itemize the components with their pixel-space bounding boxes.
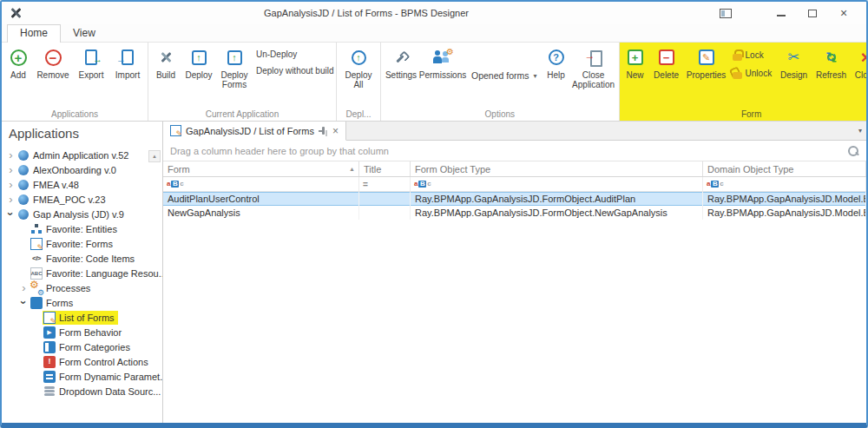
tab-home[interactable]: Home [7, 24, 61, 43]
filter-abc-icon[interactable]: aBc [707, 181, 724, 188]
settings-button[interactable]: Settings [383, 43, 419, 108]
filter-cell-domain-object-type[interactable]: aBc [703, 177, 866, 191]
tree-item-label: Form Behavior [59, 327, 122, 338]
form-categories-icon [43, 341, 56, 353]
filter-cell-form[interactable]: aBc [163, 177, 359, 191]
scroll-up-button[interactable]: ▲ [148, 150, 161, 162]
refresh-icon: ↻↻ [824, 49, 839, 65]
close-tab-icon[interactable]: × [332, 126, 339, 136]
close-form-button[interactable]: Close [851, 43, 866, 108]
grid-row[interactable]: AuditPlanUserControlRay.BPMApp.GapAnalys… [163, 192, 866, 206]
collapsed-arrow-icon[interactable]: › [18, 282, 30, 293]
tree-item[interactable]: Form Control Actions [2, 354, 162, 369]
tree-item[interactable]: List of Forms [2, 310, 162, 325]
refresh-button[interactable]: ↻↻ Refresh [812, 43, 851, 108]
remove-button[interactable]: Remove [33, 43, 73, 108]
undeploy-button[interactable]: Un-Deploy [256, 49, 331, 59]
design-icon [788, 50, 799, 64]
bpms-designer-window: GapAnalysisJD / List of Forms - BPMS Des… [0, 0, 868, 428]
collapsed-arrow-icon[interactable]: › [5, 179, 16, 190]
unlock-button[interactable]: Unlock [733, 68, 773, 79]
column-header-domain-object-type[interactable]: Domain Object Type [703, 161, 866, 176]
tree-item[interactable]: Form Dynamic Paramet... [2, 369, 162, 384]
delete-form-button[interactable]: Delete [649, 43, 684, 108]
tab-list-dropdown-icon[interactable]: ▾ [858, 127, 862, 135]
new-form-button[interactable]: New [621, 43, 649, 108]
tree-item[interactable]: ›Processes [2, 280, 162, 295]
expanded-arrow-icon[interactable]: › [18, 297, 30, 308]
filter-abc-glyph: a [167, 181, 170, 188]
tree-item[interactable]: ›Gap Analysis (JD) v.9 [2, 207, 162, 221]
import-button[interactable]: Import [109, 43, 146, 108]
panel-toggle-button[interactable] [710, 3, 741, 23]
minimize-button[interactable] [766, 3, 797, 23]
add-button[interactable]: Add [3, 43, 33, 108]
group-label-deployment: Depl... [339, 108, 378, 121]
tree-item[interactable]: ›Admin Application v.52 [2, 148, 162, 162]
deploy-forms-button[interactable]: Deploy Forms [216, 43, 253, 108]
close-application-button[interactable]: Close Application [570, 43, 617, 108]
tree-item-label: Form Categories [59, 342, 130, 352]
tree-item-label: Form Control Actions [59, 357, 148, 367]
application-sphere-icon [17, 164, 30, 176]
application-sphere-icon [17, 179, 30, 191]
lock-button[interactable]: Lock [733, 49, 773, 61]
tree-item[interactable]: ›Forms [2, 295, 162, 310]
column-header-title[interactable]: Title [359, 161, 411, 176]
favorite-entities-icon [30, 223, 43, 235]
filter-cell-title[interactable]: = [359, 177, 411, 191]
tree-item[interactable]: Favorite: Entities [2, 221, 162, 236]
maximize-button[interactable] [797, 3, 828, 23]
filter-equals-icon[interactable]: = [363, 180, 368, 189]
grid-cell [359, 192, 411, 206]
filter-cell-form-object-type[interactable]: aBc [411, 177, 703, 191]
grid-cell: NewGapAnalysis [163, 206, 359, 220]
collapsed-arrow-icon[interactable]: › [5, 194, 16, 205]
tree-item[interactable]: ›FMEA v.48 [2, 177, 162, 192]
document-area: GapAnalysisJD / List of Forms × ▾ Drag a… [163, 122, 866, 423]
design-button[interactable]: Design [776, 43, 812, 108]
properties-button[interactable]: Properties [684, 43, 729, 108]
export-button[interactable]: Export [73, 43, 109, 108]
tree-item[interactable]: ›FMEA_POC v.23 [2, 192, 162, 207]
deploy-button[interactable]: Deploy [181, 43, 216, 108]
unlock-icon [733, 68, 742, 79]
column-header-form-object-type[interactable]: Form Object Type [411, 161, 703, 176]
tree-item[interactable]: Favorite: Forms [2, 236, 162, 251]
ribbon-group-form: New Delete Properties Lock [620, 43, 866, 121]
tree-item[interactable]: ›AlexOnboarding v.0 [2, 162, 162, 177]
tree-item[interactable]: Dropdown Data Sourc... [2, 384, 162, 398]
tree-item[interactable]: Form Categories [2, 339, 162, 354]
export-icon [85, 49, 97, 65]
tree-item-label: Admin Application v.52 [33, 150, 128, 161]
collapsed-arrow-icon[interactable]: › [5, 149, 16, 161]
group-by-panel[interactable]: Drag a column header here to group by th… [163, 141, 866, 161]
filter-abc-icon[interactable]: aBc [167, 181, 184, 188]
tab-view[interactable]: View [61, 25, 108, 42]
tree-item[interactable]: Favorite: Language Resou... [2, 266, 162, 280]
help-button[interactable]: Help [542, 43, 570, 108]
deploy-without-build-button[interactable]: Deploy without build [256, 66, 331, 76]
settings-wrench-icon [391, 48, 411, 68]
form-tab-icon [170, 125, 181, 136]
permissions-button[interactable]: ⚙ Permissions [419, 43, 466, 108]
document-tab[interactable]: GapAnalysisJD / List of Forms × [163, 122, 346, 141]
filter-abc-glyph: B [711, 181, 719, 188]
deploy-all-button[interactable]: Deploy All [339, 43, 378, 108]
column-header-form[interactable]: Form▲ [163, 161, 359, 176]
search-icon[interactable] [847, 145, 859, 157]
tree-item[interactable]: Form Behavior [2, 325, 162, 339]
grid-row[interactable]: NewGapAnalysisRay.BPMApp.GapAnalysisJD.F… [163, 206, 866, 220]
build-button[interactable]: Build [150, 43, 181, 108]
favorite-code-items-icon [30, 253, 43, 265]
tree-item[interactable]: Favorite: Code Items [2, 251, 162, 266]
grid-header-row: Form▲TitleForm Object TypeDomain Object … [163, 161, 866, 177]
opened-forms-dropdown[interactable]: Opened forms ▾ [466, 70, 542, 81]
applications-panel-title: Applications [2, 122, 162, 145]
form-dynamic-parameters-icon [43, 371, 56, 383]
filter-abc-icon[interactable]: aBc [414, 181, 431, 188]
expanded-arrow-icon[interactable]: › [5, 208, 16, 220]
close-window-button[interactable]: × [828, 3, 859, 23]
pin-icon[interactable] [319, 126, 328, 135]
collapsed-arrow-icon[interactable]: › [5, 164, 16, 175]
